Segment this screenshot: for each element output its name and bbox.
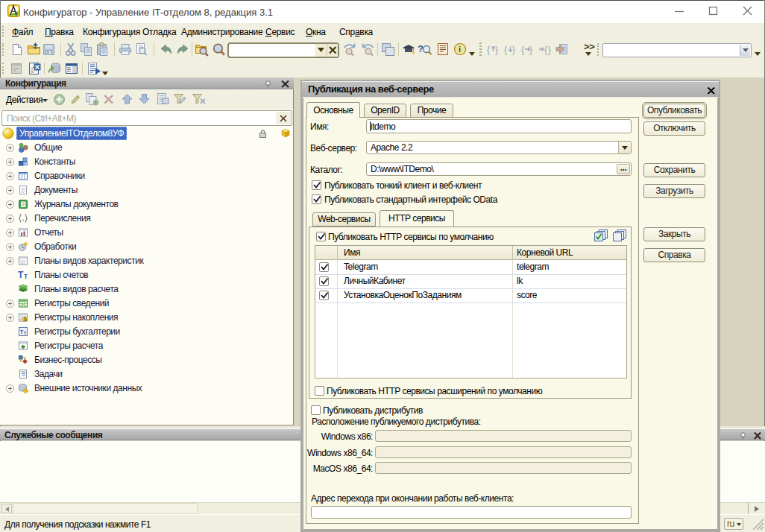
svg-text:i: i bbox=[459, 45, 461, 54]
svg-text:?: ? bbox=[418, 43, 424, 54]
svg-text:Т: Т bbox=[20, 329, 24, 335]
svg-text:}: } bbox=[529, 45, 532, 55]
svg-text:}: } bbox=[548, 45, 551, 55]
svg-text:}: } bbox=[512, 45, 515, 55]
svg-text:Т: Т bbox=[18, 270, 24, 280]
svg-text:{: { bbox=[544, 45, 547, 55]
svg-text:}: } bbox=[495, 45, 498, 55]
svg-text:{: { bbox=[521, 45, 524, 55]
svg-text:{: { bbox=[504, 45, 507, 55]
svg-text:т: т bbox=[24, 272, 28, 280]
svg-text:{: { bbox=[487, 45, 490, 55]
